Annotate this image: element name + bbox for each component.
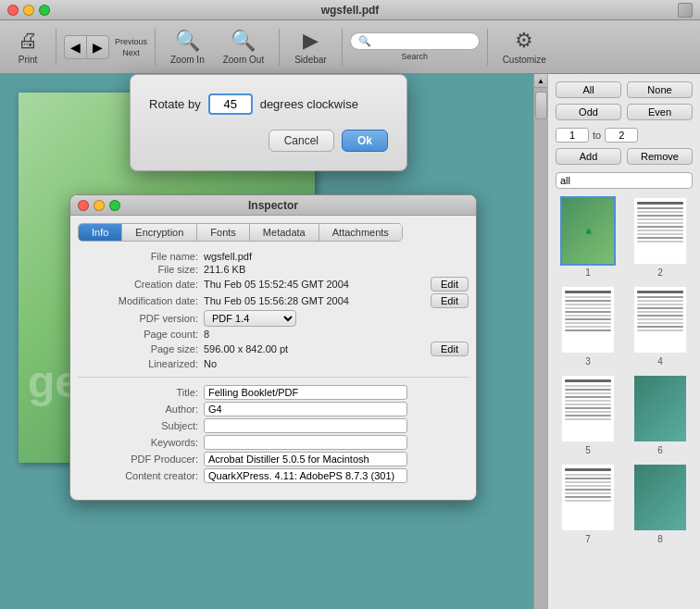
ok-button[interactable]: Ok — [342, 130, 388, 152]
tl — [565, 311, 611, 313]
inspector-close-button[interactable] — [78, 200, 89, 211]
thumbnail-8[interactable]: 8 — [628, 463, 693, 544]
tl — [637, 291, 683, 293]
tab-metadata[interactable]: Metadata — [250, 224, 319, 241]
cancel-button[interactable]: Cancel — [269, 130, 334, 152]
thumbnail-3[interactable]: 3 — [556, 285, 620, 367]
search-box: 🔍 — [350, 32, 480, 50]
tl — [637, 233, 683, 235]
tl — [565, 481, 611, 483]
thumb-img-3 — [560, 285, 616, 354]
pdf-producer-label: PDF Producer: — [78, 454, 198, 465]
tl — [565, 315, 611, 317]
range-from-input[interactable] — [556, 128, 589, 143]
tl — [565, 418, 611, 420]
separator3 — [279, 29, 280, 66]
zoom-in-button[interactable]: 🔍 Zoom In — [163, 25, 212, 68]
page-size-edit[interactable]: Edit — [431, 342, 469, 356]
minimize-button[interactable] — [23, 5, 34, 16]
thumbnail-5[interactable]: 5 — [556, 374, 620, 455]
thumbnail-4[interactable]: 4 — [628, 285, 693, 367]
odd-button[interactable]: Odd — [556, 104, 621, 120]
tl — [565, 407, 611, 409]
customize-button[interactable]: ⚙ Customize — [495, 25, 554, 68]
remove-button[interactable]: Remove — [627, 148, 693, 165]
scroll-thumb[interactable] — [535, 92, 547, 119]
tab-info[interactable]: Info — [79, 224, 122, 241]
tab-fonts[interactable]: Fonts — [197, 224, 250, 241]
tl — [565, 385, 611, 387]
zoom-out-label: Zoom Out — [223, 55, 264, 65]
none-button[interactable]: None — [627, 81, 693, 98]
sidebar-button[interactable]: ▶ Sidebar — [287, 25, 333, 68]
title-label: Title: — [78, 387, 198, 398]
tl — [565, 485, 611, 487]
thumbnail-7[interactable]: 7 — [556, 463, 620, 544]
thumb-inner-6 — [634, 376, 686, 441]
range-to-input[interactable] — [605, 128, 638, 143]
inspector-window-controls — [78, 200, 120, 211]
close-button[interactable] — [7, 5, 19, 16]
inspector-minimize-button[interactable] — [94, 200, 105, 211]
scroll-up[interactable]: ▲ — [534, 74, 548, 88]
nav-arrows: ◀ ▶ — [64, 35, 109, 59]
tl — [565, 478, 611, 479]
all-none-buttons: All None — [556, 81, 693, 98]
subject-input[interactable] — [204, 418, 407, 433]
previous-button[interactable]: ◀ — [64, 35, 86, 59]
tl — [637, 315, 683, 317]
thumb-num-4: 4 — [657, 356, 663, 367]
inspector-maximize-button[interactable] — [109, 200, 120, 211]
keywords-label: Keywords: — [78, 437, 198, 448]
tl — [637, 222, 683, 224]
thumbnail-2[interactable]: 2 — [628, 196, 693, 278]
linearized-label: Linearized: — [78, 358, 198, 369]
previous-label: Previous — [115, 37, 147, 46]
maximize-button[interactable] — [39, 5, 50, 16]
customize-icon[interactable] — [678, 3, 693, 18]
thumbnail-1[interactable]: 🌲 1 — [556, 196, 620, 278]
next-button[interactable]: ▶ — [86, 35, 109, 59]
add-button[interactable]: Add — [556, 148, 621, 165]
tl — [565, 496, 611, 498]
thumb-lines-3 — [562, 287, 614, 337]
pages-input[interactable] — [556, 172, 693, 189]
tab-encryption[interactable]: Encryption — [122, 224, 197, 241]
thumb-num-1: 1 — [585, 267, 591, 278]
pdf-producer-input[interactable] — [204, 452, 407, 466]
creation-date-edit[interactable]: Edit — [431, 277, 469, 292]
zoom-out-button[interactable]: 🔍 Zoom Out — [216, 25, 271, 68]
tl — [565, 468, 611, 471]
info-grid: File name: wgsfell.pdf File size: 211.6 … — [78, 251, 469, 483]
modification-date-edit[interactable]: Edit — [431, 293, 469, 308]
title-input[interactable] — [204, 385, 407, 400]
tl — [565, 489, 611, 491]
even-button[interactable]: Even — [627, 104, 693, 120]
tab-attachments[interactable]: Attachments — [319, 224, 402, 241]
tl — [637, 215, 683, 217]
thumbnail-6[interactable]: 6 — [628, 374, 693, 455]
thumb-num-6: 6 — [657, 445, 663, 455]
search-input[interactable] — [375, 36, 471, 47]
linearized-value: No — [204, 358, 425, 369]
customize-icon2: ⚙ — [515, 29, 533, 53]
thumb-lines-7 — [562, 465, 614, 507]
tl — [565, 318, 611, 320]
pdf-version-select[interactable]: PDF 1.4 PDF 1.3 PDF 1.5 — [204, 310, 296, 327]
thumb-img-8 — [632, 463, 688, 532]
tl — [565, 300, 611, 302]
tl — [565, 404, 611, 405]
print-label: Print — [19, 55, 38, 65]
author-input[interactable] — [204, 402, 407, 416]
print-button[interactable]: 🖨 Print — [7, 25, 48, 68]
content-creator-input[interactable] — [204, 468, 407, 483]
page-count-label: Page count: — [78, 329, 198, 340]
keywords-input[interactable] — [204, 435, 407, 450]
all-button[interactable]: All — [556, 81, 621, 98]
thumb-num-3: 3 — [585, 356, 591, 367]
tl — [565, 296, 611, 298]
rotate-value-input[interactable] — [208, 93, 253, 115]
pdf-version-label: PDF version: — [78, 313, 198, 324]
tl — [637, 202, 683, 205]
tl — [637, 318, 683, 320]
